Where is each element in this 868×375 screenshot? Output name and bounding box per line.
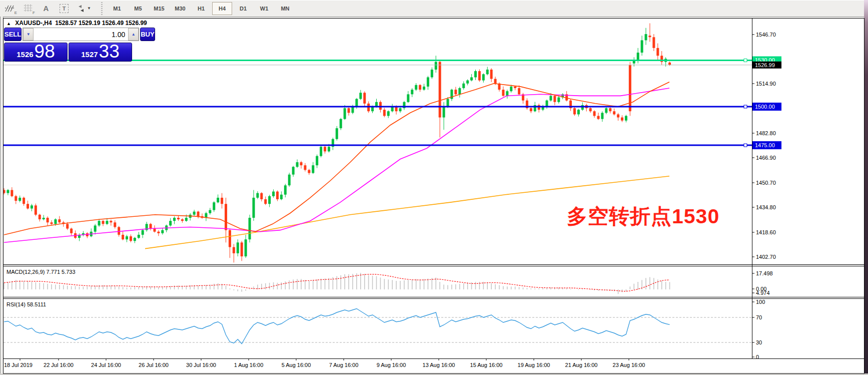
svg-text:0: 0 <box>756 354 759 360</box>
svg-text:13 Aug 16:00: 13 Aug 16:00 <box>423 362 455 368</box>
svg-text:1482.80: 1482.80 <box>756 130 776 136</box>
svg-text:1500.00: 1500.00 <box>755 104 775 110</box>
svg-text:15 Aug 16:00: 15 Aug 16:00 <box>470 362 503 368</box>
macd-indicator-label: MACD(12,26,9) 7.771 5.733 <box>7 269 76 275</box>
svg-text:1402.70: 1402.70 <box>756 254 776 260</box>
svg-text:1546.70: 1546.70 <box>756 32 776 38</box>
rsi-indicator-label: RSI(14) 58.5111 <box>7 301 46 307</box>
svg-text:23 Aug 16:00: 23 Aug 16:00 <box>613 362 645 368</box>
ohlc-values: 1528.57 1529.19 1526.49 1526.99 <box>55 20 147 27</box>
one-click-trading-panel: SELL ▼ ▲ BUY 1526 98 1527 33 <box>4 28 133 62</box>
svg-text:17.498: 17.498 <box>756 270 773 276</box>
svg-text:1450.70: 1450.70 <box>756 180 776 186</box>
svg-text:18 Jul 2019: 18 Jul 2019 <box>4 362 33 368</box>
svg-text:1526.99: 1526.99 <box>755 62 775 68</box>
symbol-timeframe: XAUUSD-,H4 <box>15 20 52 27</box>
svg-text:30 Jul 16:00: 30 Jul 16:00 <box>186 362 216 368</box>
svg-text:9 Aug 16:00: 9 Aug 16:00 <box>377 362 406 368</box>
buy-button[interactable]: BUY <box>140 28 155 41</box>
svg-text:1475.00: 1475.00 <box>755 142 775 148</box>
svg-text:1418.60: 1418.60 <box>756 229 776 235</box>
volume-spinner: ▼ ▲ <box>23 28 139 41</box>
annotation-text[interactable]: 多空转折点1530 <box>567 203 719 230</box>
sell-price-minor: 98 <box>35 42 55 61</box>
svg-text:19 Aug 16:00: 19 Aug 16:00 <box>518 362 550 368</box>
svg-text:22 Jul 16:00: 22 Jul 16:00 <box>44 362 74 368</box>
chart-window-frame <box>4 19 864 374</box>
chart-title: ▲ XAUUSD-,H4 1528.57 1529.19 1526.49 152… <box>7 20 147 27</box>
volume-input[interactable] <box>34 28 128 41</box>
volume-decrease-button[interactable]: ▼ <box>23 28 34 41</box>
svg-text:26 Jul 16:00: 26 Jul 16:00 <box>139 362 169 368</box>
svg-text:1514.90: 1514.90 <box>756 81 776 87</box>
buy-price-minor: 33 <box>99 42 120 61</box>
buy-price-display[interactable]: 1527 33 <box>69 43 132 62</box>
svg-text:21 Aug 16:00: 21 Aug 16:00 <box>565 362 598 368</box>
svg-text:7 Aug 16:00: 7 Aug 16:00 <box>329 362 359 368</box>
svg-text:100: 100 <box>756 299 765 305</box>
sell-button[interactable]: SELL <box>4 28 22 41</box>
svg-text:24 Jul 16:00: 24 Jul 16:00 <box>91 362 121 368</box>
svg-text:70: 70 <box>756 314 762 320</box>
svg-text:1 Aug 16:00: 1 Aug 16:00 <box>234 362 264 368</box>
svg-text:5 Aug 16:00: 5 Aug 16:00 <box>282 362 311 368</box>
collapse-arrow-icon[interactable]: ▲ <box>7 21 11 26</box>
sell-price-display[interactable]: 1526 98 <box>4 43 68 62</box>
svg-text:30: 30 <box>756 339 762 345</box>
svg-text:1434.80: 1434.80 <box>756 204 776 210</box>
svg-text:1466.90: 1466.90 <box>756 155 776 161</box>
sell-price-major: 1526 <box>17 49 33 61</box>
svg-text:4.974: 4.974 <box>756 290 770 296</box>
volume-increase-button[interactable]: ▲ <box>128 28 139 41</box>
buy-price-major: 1527 <box>81 49 98 61</box>
